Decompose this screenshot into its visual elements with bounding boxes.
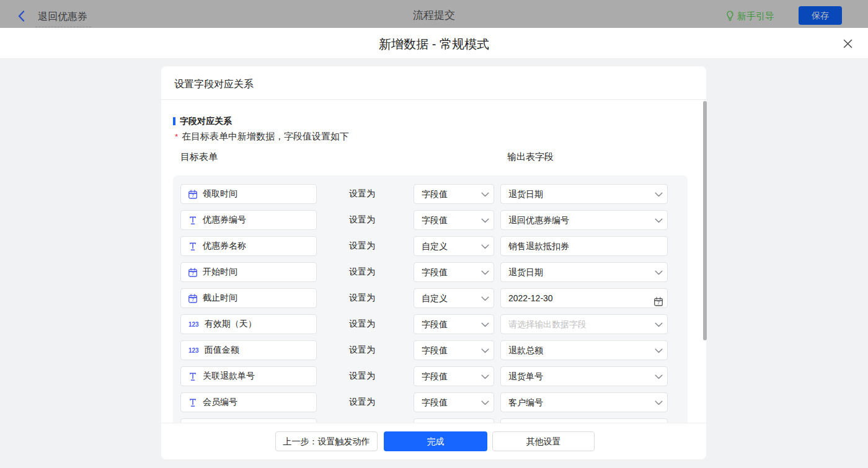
svg-text:7: 7 [192,193,194,198]
svg-text:7: 7 [657,300,660,306]
svg-text:7: 7 [192,271,194,276]
svg-text:7: 7 [192,297,194,302]
